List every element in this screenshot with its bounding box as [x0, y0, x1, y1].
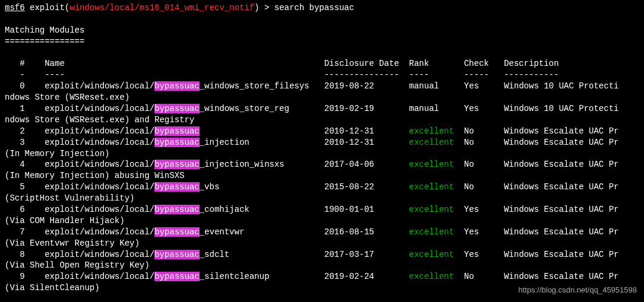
table-row-wrap: ndows Store (WSReset.exe): [5, 92, 639, 103]
prompt-prefix: msf6: [5, 3, 25, 12]
table-row: 6 exploit/windows/local/bypassuac_comhij…: [5, 204, 639, 215]
section-underline: ================: [5, 36, 639, 47]
prompt-command: search bypassuac: [274, 3, 354, 12]
watermark-text: https://blog.csdn.net/qq_45951598: [519, 285, 637, 295]
table-row: 5 exploit/windows/local/bypassuac_vbs 20…: [5, 182, 639, 193]
table-row-wrap: (In Memory Injection) abusing WinSXS: [5, 170, 639, 182]
rank-value: excellent: [409, 227, 454, 237]
prompt-open: exploit(: [25, 3, 70, 12]
terminal[interactable]: msf6 exploit(windows/local/ms16_014_wmi_…: [5, 2, 639, 294]
table-row: 0 exploit/windows/local/bypassuac_window…: [5, 81, 639, 92]
rank-value: excellent: [409, 160, 454, 169]
search-highlight: bypassuac: [154, 104, 200, 113]
table-row-wrap: ndows Store (WSReset.exe) and Registry: [5, 115, 639, 126]
prompt-close: ) >: [254, 3, 274, 12]
search-highlight: bypassuac: [154, 250, 200, 259]
search-highlight: bypassuac: [154, 227, 200, 237]
table-row-wrap: (ScriptHost Vulnerability): [5, 193, 639, 204]
rank-value: excellent: [409, 272, 454, 281]
table-row: 9 exploit/windows/local/bypassuac_silent…: [5, 271, 639, 282]
table-row: 1 exploit/windows/local/bypassuac_window…: [5, 103, 639, 115]
rank-value: excellent: [409, 182, 454, 192]
rank-value: excellent: [409, 250, 454, 259]
rank-value: excellent: [409, 126, 454, 136]
table-header: # Name Disclosure Date Rank Check Descri…: [5, 58, 639, 69]
search-highlight: bypassuac: [154, 205, 200, 214]
results-body: 0 exploit/windows/local/bypassuac_window…: [5, 81, 639, 294]
table-row-wrap: (In Memory Injection): [5, 148, 639, 160]
blank-line: [5, 47, 639, 59]
blank-line: [5, 14, 639, 25]
table-row: 3 exploit/windows/local/bypassuac_inject…: [5, 137, 639, 148]
table-row: 4 exploit/windows/local/bypassuac_inject…: [5, 159, 639, 170]
table-row: 7 exploit/windows/local/bypassuac_eventv…: [5, 227, 639, 238]
rank-value: excellent: [409, 205, 454, 214]
search-highlight: bypassuac: [154, 126, 200, 136]
table-row: 8 exploit/windows/local/bypassuac_sdclt …: [5, 249, 639, 260]
prompt-module: windows/local/ms16_014_wmi_recv_notif: [70, 3, 254, 12]
search-highlight: bypassuac: [154, 160, 200, 169]
table-row-wrap: (Via COM Handler Hijack): [5, 215, 639, 227]
table-row-wrap: (Via Eventvwr Registry Key): [5, 238, 639, 249]
table-header-underline: - ---- --------------- ---- ----- ------…: [5, 69, 639, 81]
table-row: 2 exploit/windows/local/bypassuac 2010-1…: [5, 126, 639, 137]
section-heading: Matching Modules: [5, 25, 639, 36]
prompt-line[interactable]: msf6 exploit(windows/local/ms16_014_wmi_…: [5, 2, 639, 14]
search-highlight: bypassuac: [154, 81, 200, 91]
search-highlight: bypassuac: [154, 182, 200, 192]
table-row-wrap: (Via Shell Open Registry Key): [5, 260, 639, 271]
search-highlight: bypassuac: [154, 272, 200, 281]
rank-value: excellent: [409, 138, 454, 147]
rank-value: manual: [409, 81, 439, 91]
search-highlight: bypassuac: [154, 138, 200, 147]
rank-value: manual: [409, 104, 439, 113]
